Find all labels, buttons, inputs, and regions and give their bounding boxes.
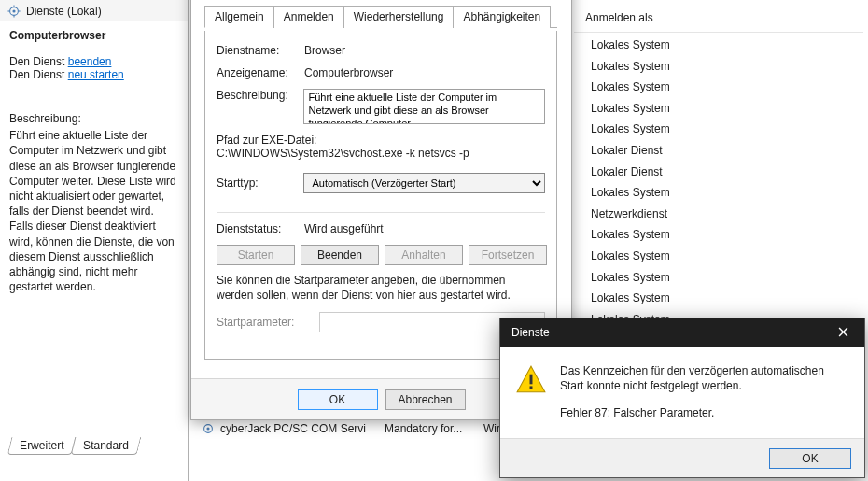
action-restart-line: Den Dienst neu starten — [9, 68, 178, 81]
pause-button: Anhalten — [385, 245, 463, 265]
stop-button[interactable]: Beenden — [301, 245, 379, 265]
label-service-name: Dienstname: — [217, 44, 304, 57]
value-description[interactable]: Führt eine aktuelle Liste der Computer i… — [303, 89, 545, 124]
gear-icon — [202, 422, 215, 435]
logon-as-cell[interactable]: Lokales System — [580, 288, 863, 309]
logon-as-cell[interactable]: Lokales System — [580, 56, 863, 78]
error-message: Das Kennzeichen für den verzögerten auto… — [560, 363, 849, 395]
service-row-name: cyberJack PC/SC COM Servi — [220, 422, 379, 435]
label-exe-path: Pfad zur EXE-Datei: — [217, 134, 545, 147]
description-text: Führt eine aktuelle Liste der Computer i… — [9, 128, 178, 294]
logon-as-cell[interactable]: Lokales System — [580, 77, 863, 98]
left-pane-header: Dienste (Lokal) — [0, 0, 188, 21]
label-start-parameters: Startparameter: — [217, 316, 319, 329]
properties-tabstrip: Allgemein Anmelden Wiederherstellung Abh… — [204, 5, 557, 28]
logon-as-cell[interactable]: Lokaler Dienst — [580, 140, 863, 162]
logon-as-cell[interactable]: Lokales System — [580, 267, 863, 289]
logon-as-cell[interactable]: Lokales System — [580, 98, 863, 120]
label-status: Dienststatus: — [217, 222, 304, 235]
logon-as-cell[interactable]: Lokales System — [580, 182, 863, 204]
error-titlebar: Dienste — [500, 318, 864, 347]
logon-as-cell[interactable]: Lokales System — [580, 224, 863, 246]
action-stop-line: Den Dienst beenden — [9, 55, 178, 68]
description-heading: Beschreibung: — [9, 111, 178, 126]
logon-as-cell[interactable]: Netzwerkdienst — [580, 204, 863, 225]
tab-logon[interactable]: Anmelden — [273, 6, 344, 28]
value-display-name: Computerbrowser — [304, 66, 545, 79]
restart-service-link[interactable]: neu starten — [68, 68, 124, 81]
column-header-logon-as[interactable]: Anmelden als — [574, 6, 863, 33]
error-title: Dienste — [511, 326, 550, 339]
gear-icon — [7, 5, 21, 18]
svg-rect-11 — [530, 375, 533, 385]
value-exe-path: C:\WINDOWS\System32\svchost.exe -k netsv… — [217, 147, 545, 160]
error-code: Fehler 87: Falscher Parameter. — [500, 406, 864, 419]
tab-extended[interactable]: Erweitert — [7, 437, 77, 455]
service-row-desc: Mandatory for... — [385, 422, 478, 435]
logon-as-cell[interactable]: Lokales System — [580, 246, 863, 267]
close-icon — [838, 325, 848, 340]
label-start-type: Starttyp: — [217, 177, 303, 190]
start-params-hint: Sie können die Startparameter angeben, d… — [217, 273, 545, 303]
divider — [217, 212, 545, 213]
svg-point-7 — [206, 427, 209, 430]
tab-dependencies[interactable]: Abhängigkeiten — [453, 6, 551, 28]
close-button[interactable] — [822, 318, 864, 347]
startup-type-select[interactable]: Automatisch (Verzögerter Start) — [303, 173, 545, 193]
error-dialog: Dienste Das Kennzeichen für den verzöger… — [499, 318, 865, 478]
tab-recovery[interactable]: Wiederherstellung — [343, 6, 455, 28]
tab-standard[interactable]: Standard — [71, 437, 141, 455]
selected-service-name: Computerbrowser — [9, 29, 178, 42]
logon-as-cell[interactable]: Lokales System — [580, 35, 863, 56]
bottom-tabstrip: Erweitert Standard — [9, 437, 138, 455]
logon-as-cell[interactable]: Lokales System — [580, 119, 863, 140]
ok-button[interactable]: OK — [298, 389, 378, 410]
label-display-name: Anzeigename: — [217, 66, 304, 79]
svg-rect-12 — [530, 386, 533, 389]
svg-point-1 — [12, 9, 15, 12]
resume-button: Fortsetzen — [469, 245, 547, 265]
value-service-name: Browser — [304, 44, 545, 57]
cancel-button[interactable]: Abbrechen — [385, 389, 466, 410]
logon-as-cell[interactable]: Lokaler Dienst — [580, 162, 863, 183]
start-button: Starten — [217, 245, 295, 265]
stop-service-link[interactable]: beenden — [68, 55, 112, 68]
value-status: Wird ausgeführt — [304, 222, 545, 235]
label-description: Beschreibung: — [217, 89, 303, 124]
warning-icon — [515, 363, 547, 395]
services-left-pane: Dienste (Lokal) Computerbrowser Den Dien… — [0, 0, 189, 481]
tab-general[interactable]: Allgemein — [204, 6, 274, 28]
left-pane-title: Dienste (Lokal) — [26, 5, 102, 18]
error-ok-button[interactable]: OK — [769, 448, 851, 469]
